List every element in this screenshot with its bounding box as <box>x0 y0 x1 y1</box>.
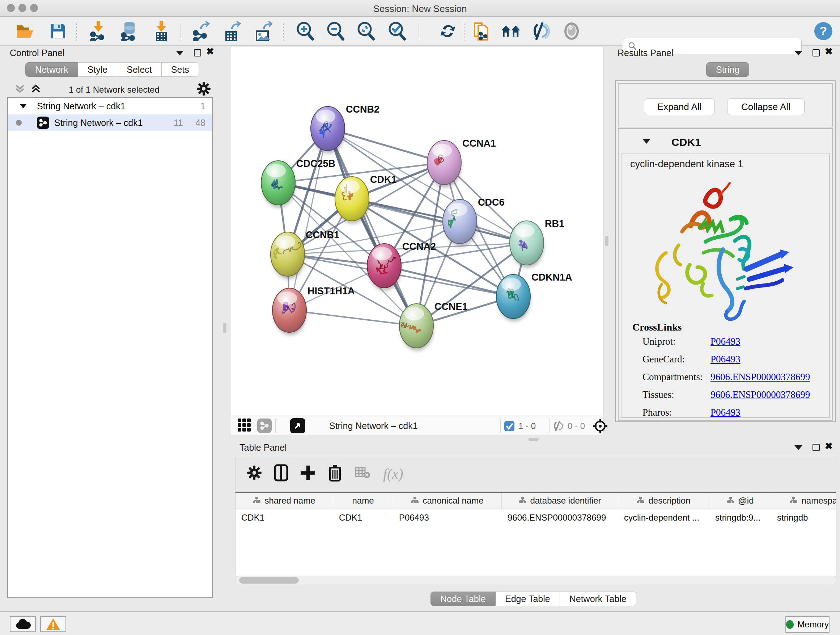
column-header-namespace[interactable]: namespace <box>771 493 836 509</box>
zoom-selected-icon[interactable] <box>387 21 407 41</box>
cloud-button[interactable] <box>10 616 36 632</box>
import-table-icon[interactable] <box>151 21 172 41</box>
table-toolbar: f(x) <box>235 457 836 490</box>
create-column-plus-icon[interactable] <box>300 465 316 482</box>
tab-style[interactable]: Style <box>78 62 118 77</box>
results-panel-menu-icon[interactable] <box>794 51 802 55</box>
network-edge[interactable] <box>289 310 416 326</box>
import-network-database-icon[interactable] <box>118 21 139 41</box>
show-all-icon[interactable] <box>561 21 582 41</box>
column-header-shared-name[interactable]: shared name <box>235 493 333 509</box>
fit-content-crosshair-icon[interactable] <box>592 418 608 435</box>
node-label-cdkn1a: CDKN1A <box>531 272 572 283</box>
table-panel-float-icon[interactable] <box>813 444 820 451</box>
table-panel-close-icon[interactable]: ✖ <box>825 442 833 450</box>
network-node-ccna2[interactable] <box>367 244 401 291</box>
table-panel-menu-icon[interactable] <box>794 445 802 450</box>
results-panel-float-icon[interactable] <box>813 49 820 57</box>
table-cell[interactable]: CDK1 <box>333 509 393 526</box>
column-header-label: namespace <box>801 496 836 506</box>
network-node-cdk1[interactable] <box>335 177 369 224</box>
duplicate-network-icon[interactable] <box>472 21 492 41</box>
tab-string[interactable]: String <box>706 62 749 77</box>
tab-network-table[interactable]: Network Table <box>560 592 636 606</box>
control-panel-float-icon[interactable] <box>194 49 201 57</box>
apply-layout-icon[interactable] <box>438 21 458 41</box>
network-canvas[interactable]: CCNB2CCNA1CDC25BCDK1CDC6RB1CCNB1CCNA2CDK… <box>230 47 603 416</box>
export-table-icon[interactable] <box>221 21 242 41</box>
column-header-database-identifier[interactable]: database identifier <box>502 493 618 509</box>
crosslink-link[interactable]: 9606.ENSP00000378699 <box>711 389 810 401</box>
import-network-icon[interactable] <box>88 21 109 41</box>
birds-eye-view-icon[interactable] <box>290 418 305 433</box>
column-header-description[interactable]: description <box>618 493 709 509</box>
table-cell[interactable]: CDK1 <box>235 509 333 526</box>
horizontal-splitter-handle[interactable] <box>529 438 538 441</box>
crosslink-link[interactable]: P06493 <box>711 407 741 418</box>
table-settings-gear-icon[interactable] <box>246 465 262 482</box>
collapse-all-button[interactable]: Collapse All <box>727 98 805 115</box>
warning-button[interactable] <box>40 616 66 632</box>
network-node-ccne1[interactable] <box>399 304 433 351</box>
network-options-gear-icon[interactable] <box>196 81 211 98</box>
table-row[interactable]: CDK1CDK1P064939606.ENSP00000378699cyclin… <box>235 509 836 526</box>
network-node-cdkn1a[interactable] <box>496 274 531 321</box>
delete-column-trash-icon[interactable] <box>328 464 342 483</box>
table-horizontal-scrollbar[interactable] <box>235 576 836 585</box>
open-session-icon[interactable] <box>15 21 35 41</box>
tab-select[interactable]: Select <box>117 62 161 77</box>
table-cell[interactable]: stringdb:9... <box>709 509 771 526</box>
selected-checkbox-icon[interactable] <box>504 421 515 433</box>
zoom-fit-icon[interactable] <box>356 21 376 41</box>
network-node-hist1h1a[interactable] <box>272 288 306 335</box>
network-node-ccnb1[interactable] <box>271 232 305 279</box>
tab-network[interactable]: Network <box>25 62 78 77</box>
show-columns-icon[interactable] <box>274 464 288 483</box>
collapse-all-networks-icon[interactable] <box>14 83 25 96</box>
gene-collapse-icon[interactable] <box>643 139 651 144</box>
hide-selected-icon[interactable] <box>531 21 551 41</box>
memory-button[interactable]: Memory <box>785 616 829 633</box>
results-panel-close-icon[interactable]: ✖ <box>825 48 833 55</box>
expand-all-networks-icon[interactable] <box>30 83 41 96</box>
right-splitter-handle[interactable] <box>605 236 608 246</box>
network-node-cdc6[interactable] <box>443 200 477 247</box>
crosslink-link[interactable]: P06493 <box>711 336 741 347</box>
network-node-ccna1[interactable] <box>427 141 461 187</box>
control-panel-menu-icon[interactable] <box>176 51 184 55</box>
control-panel-close-icon[interactable]: ✖ <box>206 48 214 55</box>
crosslink-link[interactable]: 9606.ENSP00000378699 <box>711 371 810 383</box>
collection-expand-icon[interactable] <box>19 104 27 108</box>
first-neighbors-icon[interactable] <box>501 21 521 41</box>
column-header-name[interactable]: name <box>333 493 393 509</box>
network-node-ccnb2[interactable] <box>311 106 345 154</box>
tab-node-table[interactable]: Node Table <box>431 592 496 606</box>
tab-sets[interactable]: Sets <box>162 62 199 77</box>
network-edge[interactable] <box>289 128 328 310</box>
table-cell[interactable]: P06493 <box>393 509 502 526</box>
network-node-cdc25b[interactable] <box>261 161 295 208</box>
left-splitter-handle[interactable] <box>223 323 226 333</box>
scrollbar-thumb[interactable] <box>239 577 299 584</box>
zoom-out-icon[interactable] <box>325 21 346 41</box>
save-session-icon[interactable] <box>48 21 68 41</box>
zoom-in-icon[interactable] <box>295 21 316 41</box>
network-collection-row[interactable]: String Network – cdk1 1 <box>8 98 212 114</box>
network-row[interactable]: String Network – cdk1 11 48 <box>8 114 212 131</box>
crosslink-link[interactable]: P06493 <box>711 354 741 365</box>
export-network-icon[interactable] <box>191 21 211 41</box>
grid-view-icon[interactable] <box>237 418 251 434</box>
network-view-mode-icon[interactable] <box>257 418 272 433</box>
control-panel-tabs: NetworkStyleSelectSets <box>25 62 199 77</box>
column-header--id[interactable]: @id <box>709 493 771 509</box>
export-image-icon[interactable] <box>253 21 273 41</box>
help-icon[interactable]: ? <box>813 21 834 41</box>
tab-edge-table[interactable]: Edge Table <box>496 592 560 606</box>
table-cell[interactable]: cyclin-dependent ... <box>618 509 709 526</box>
network-node-rb1[interactable] <box>510 221 544 268</box>
column-header-canonical-name[interactable]: canonical name <box>393 493 502 509</box>
table-cell[interactable]: 9606.ENSP00000378699 <box>502 509 618 526</box>
expand-all-button[interactable]: Expand All <box>644 98 715 115</box>
table-cell[interactable]: stringdb <box>771 509 836 526</box>
network-edge[interactable] <box>328 128 444 163</box>
